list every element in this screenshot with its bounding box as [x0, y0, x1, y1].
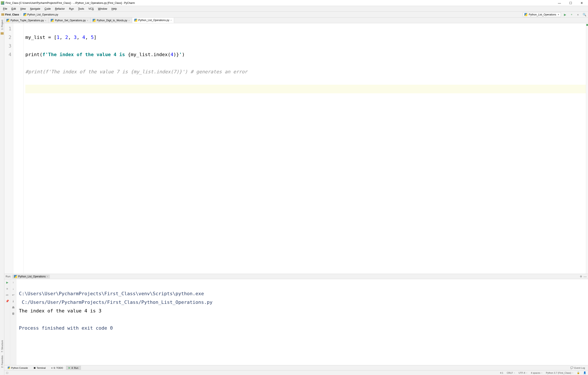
python-file-icon — [93, 19, 96, 22]
tab-label: Python_List_Operations.py — [138, 19, 169, 22]
line-number-gutter: 1 2 3 4 — [4, 23, 13, 274]
pin-button[interactable]: 📌 — [6, 300, 9, 303]
menu-tools[interactable]: Tools — [76, 7, 86, 11]
layout-button[interactable]: ≔ — [6, 293, 9, 297]
menu-navigate[interactable]: Navigate — [28, 7, 42, 11]
status-inspector-icon[interactable]: 👤 — [583, 371, 586, 374]
editor-tab[interactable]: Python_Tuple_Operations.py × — [4, 18, 49, 23]
close-icon[interactable]: × — [170, 19, 172, 21]
python-file-icon — [6, 19, 10, 22]
close-icon[interactable]: × — [87, 19, 88, 22]
error-stripe[interactable] — [586, 23, 588, 274]
status-lock-icon[interactable]: 🔓 — [577, 371, 580, 374]
python-icon — [8, 367, 10, 369]
menu-edit[interactable]: Edit — [10, 7, 18, 11]
tool-todo[interactable]: ≡ 6: TODO — [49, 366, 65, 370]
rerun-button[interactable]: ▶ — [6, 281, 8, 284]
todo-icon: ≡ — [51, 367, 52, 369]
soft-wrap-button[interactable]: ↩ — [12, 293, 14, 297]
tool-structure-tab[interactable]: 7: Structure — [0, 339, 4, 354]
line-number: 2 — [4, 33, 11, 42]
menu-view[interactable]: View — [19, 7, 28, 11]
tool-project-tab[interactable]: 1: Project — [0, 19, 4, 31]
python-file-icon — [51, 19, 54, 22]
close-icon[interactable]: × — [47, 275, 48, 278]
run-tab-label: Python_List_Operations — [18, 275, 46, 278]
status-interpreter[interactable]: Python 3.7 (First_Class) ÷ — [546, 372, 573, 374]
left-tool-gutter: 1: Project 7: Structure 2: Favorites — [0, 18, 4, 375]
console-output[interactable]: C:\Users\User\PycharmProjects\First_Clas… — [16, 279, 588, 365]
status-indent[interactable]: 4 spaces ÷ — [531, 372, 542, 374]
editor-tab[interactable]: Python_Set_Operations.py × — [49, 18, 91, 23]
run-configuration-selector[interactable]: Python_List_Operations ▼ — [523, 12, 561, 17]
status-line-separator[interactable]: CRLF ÷ — [507, 372, 515, 374]
editor-tabs: Python_Tuple_Operations.py × Python_Set_… — [4, 18, 588, 23]
run-side-toolbar-1: ▶ ■ ≔ 📌 — [4, 279, 10, 365]
line-number: 1 — [4, 24, 11, 33]
line-number: 3 — [4, 42, 11, 50]
console-line: The index of the value 4 is 3 — [19, 308, 101, 313]
breadcrumb-file[interactable]: Python_List_Operations.py — [27, 13, 58, 16]
close-icon[interactable]: × — [45, 19, 46, 22]
tool-run[interactable]: ▶ 4: Run — [66, 366, 81, 370]
bottom-tool-tabs: Python Console ▣ Terminal ≡ 6: TODO ▶ 4:… — [4, 365, 588, 370]
editor-tab[interactable]: Python_Digit_to_Words.py × — [91, 18, 132, 23]
play-icon: ▶ — [69, 366, 70, 369]
window-close-button[interactable]: ✕ — [578, 1, 585, 5]
tab-label: Python_Tuple_Operations.py — [10, 19, 44, 22]
debug-button[interactable]: ⌖ — [569, 12, 574, 17]
run-side-toolbar-2: ↑ ↓ ↩ ⤓ 🖶 🗑 — [10, 279, 16, 365]
run-button[interactable]: ▶ — [563, 12, 567, 17]
menu-refactor[interactable]: Refactor — [53, 7, 66, 11]
folder-icon[interactable] — [1, 32, 4, 35]
status-encoding[interactable]: UTF-8 ÷ — [519, 372, 527, 374]
search-everywhere-button[interactable]: 🔍 — [582, 12, 587, 17]
navigation-bar: First_Class 〉 Python_List_Operations.py … — [0, 12, 588, 18]
balloon-icon: 💬 — [570, 366, 573, 369]
status-corner-icon[interactable]: ▢ — [6, 371, 8, 374]
run-panel-tab[interactable]: Python_List_Operations × — [12, 275, 50, 279]
folder-icon — [1, 13, 4, 16]
menu-code[interactable]: Code — [43, 7, 52, 11]
tab-label: Python_Set_Operations.py — [55, 19, 85, 22]
window-maximize-button[interactable]: ☐ — [567, 1, 574, 5]
scroll-to-end-button[interactable]: ⤓ — [12, 300, 14, 303]
tab-label: Python_Digit_to_Words.py — [97, 19, 127, 22]
up-icon[interactable]: ↑ — [12, 281, 14, 284]
python-file-icon — [134, 19, 137, 22]
print-button[interactable]: 🖶 — [12, 306, 15, 309]
event-log-button[interactable]: 💬 Event Log — [568, 366, 587, 369]
menu-file[interactable]: File — [1, 7, 9, 11]
window-title: First_Class [C:\Users\User\PycharmProjec… — [6, 1, 556, 4]
menu-window[interactable]: Window — [96, 7, 109, 11]
window-titlebar: First_Class [C:\Users\User\PycharmProjec… — [0, 0, 588, 6]
stop-button[interactable]: ■ — [576, 12, 580, 17]
tool-terminal[interactable]: ▣ Terminal — [31, 366, 48, 370]
editor-tab-active[interactable]: Python_List_Operations.py × — [132, 18, 174, 23]
breadcrumb-root[interactable]: First_Class — [5, 13, 19, 16]
breadcrumb: First_Class 〉 Python_List_Operations.py — [1, 13, 523, 16]
hide-icon[interactable]: — — [584, 275, 587, 278]
bug-icon: ⌖ — [571, 13, 572, 16]
status-bar: ▢ 4:1 CRLF ÷ UTF-8 ÷ 4 spaces ÷ Python 3… — [4, 370, 588, 375]
menu-help[interactable]: Help — [110, 7, 119, 11]
gear-icon[interactable]: ⚙ — [580, 275, 582, 278]
play-icon: ▶ — [564, 13, 566, 16]
menu-vcs[interactable]: VCS — [87, 7, 95, 11]
status-caret-position[interactable]: 4:1 — [500, 372, 503, 374]
down-icon[interactable]: ↓ — [12, 287, 14, 290]
tool-python-console[interactable]: Python Console — [5, 366, 31, 370]
close-icon[interactable]: × — [128, 19, 130, 22]
tool-favorites-tab[interactable]: 2: Favorites — [0, 354, 4, 369]
run-config-label: Python_List_Operations — [529, 13, 556, 16]
python-file-icon — [23, 13, 26, 16]
clear-button[interactable]: 🗑 — [12, 312, 15, 315]
window-minimize-button[interactable]: — — [556, 1, 563, 5]
code-text[interactable]: my_list = [1, 2, 3, 4, 5] print(f'The in… — [24, 23, 586, 274]
code-editor[interactable]: 1 2 3 4 my_list = [1, 2, 3, 4, 5] print(… — [4, 23, 588, 274]
menu-run[interactable]: Run — [67, 7, 75, 11]
console-line: C:\Users\User\PycharmProjects\First_Clas… — [19, 291, 204, 296]
console-line: Process finished with exit code 0 — [19, 325, 113, 331]
stop-button[interactable]: ■ — [6, 287, 8, 290]
chevron-right-icon: 〉 — [20, 13, 22, 16]
